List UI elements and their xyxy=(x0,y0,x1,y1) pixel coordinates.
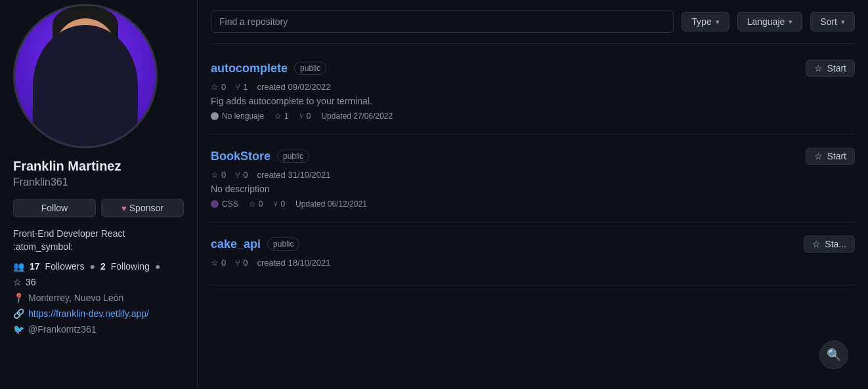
following-count: 2 xyxy=(100,261,106,272)
repo-item: cake_api public ☆ Sta... ☆ 0 ⑂ 0 created… xyxy=(211,222,855,285)
created-date: created 31/10/2021 xyxy=(257,170,330,180)
fork-icon-footer: ⑂ xyxy=(273,199,278,209)
lang-label: CSS xyxy=(222,199,238,209)
repo-item: autocomplete public ☆ Start ☆ 0 ⑂ 1 crea… xyxy=(211,47,855,134)
forks-meta: ⑂ 1 xyxy=(235,82,248,92)
follow-button[interactable]: Follow xyxy=(13,199,96,217)
repo-header: cake_api public ☆ Sta... xyxy=(211,235,855,253)
language-item: No lenguaje xyxy=(211,112,264,121)
repo-name-link[interactable]: cake_api xyxy=(211,237,261,251)
followers-count: 17 xyxy=(30,261,40,272)
website-row: 🔗 https://franklin-dev.netlify.app/ xyxy=(13,308,184,319)
location-text: Monterrey, Nuevo León xyxy=(28,293,123,303)
followers-row: 👥 17 Followers ● 2 Following ● xyxy=(13,261,184,272)
type-chevron-icon: ▾ xyxy=(716,18,720,26)
location-row: 📍 Monterrey, Nuevo León xyxy=(13,293,184,303)
repo-name-link[interactable]: autocomplete xyxy=(211,62,288,75)
sort-filter-button[interactable]: Sort ▾ xyxy=(810,12,855,31)
twitter-handle: @Frankomtz361 xyxy=(28,324,97,335)
bio: Front-End Developer React :atom_symbol: xyxy=(13,228,184,253)
repo-description: Fig adds autocomplete to your terminal. xyxy=(211,96,855,106)
sort-chevron-icon: ▾ xyxy=(841,18,845,26)
dot-separator: ● xyxy=(89,261,95,272)
repo-meta-row: ☆ 0 ⑂ 0 created 31/10/2021 xyxy=(211,170,855,180)
repo-name-row: autocomplete public xyxy=(211,62,326,75)
star-icon-small: ☆ xyxy=(211,170,219,180)
repo-name-link[interactable]: BookStore xyxy=(211,150,271,163)
star-icon-small: ☆ xyxy=(211,82,219,92)
repo-name-row: BookStore public xyxy=(211,150,309,163)
fork-icon-small: ⑂ xyxy=(235,82,240,92)
search-input[interactable] xyxy=(211,10,674,33)
repo-name-row: cake_api public xyxy=(211,237,299,251)
forks-meta: ⑂ 0 xyxy=(235,170,248,180)
visibility-badge: public xyxy=(277,150,309,163)
created-date: created 18/10/2021 xyxy=(257,258,330,268)
updated-date: Updated 06/12/2021 xyxy=(295,199,367,209)
language-filter-button[interactable]: Languaje ▾ xyxy=(737,12,803,31)
following-label: Following xyxy=(111,261,150,272)
repo-item: BookStore public ☆ Start ☆ 0 ⑂ 0 created… xyxy=(211,134,855,222)
created-date: created 09/02/2022 xyxy=(257,82,330,92)
star-icon-footer: ☆ xyxy=(249,199,256,209)
updated-date: Updated 27/06/2022 xyxy=(321,112,393,121)
twitter-icon: 🐦 xyxy=(13,324,24,335)
sponsor-button[interactable]: ♥ Sponsor xyxy=(101,199,184,217)
visibility-badge: public xyxy=(294,62,326,75)
star-icon-small: ☆ xyxy=(211,258,219,268)
footer-stars: ☆ 0 xyxy=(249,199,263,209)
avatar-container xyxy=(13,4,184,148)
footer-forks: ⑂ 0 xyxy=(299,112,311,121)
star-icon: ☆ xyxy=(814,63,823,73)
stars-meta: ☆ 0 xyxy=(211,82,226,92)
repo-header: BookStore public ☆ Start xyxy=(211,148,855,165)
dot-separator2: ● xyxy=(155,261,160,272)
twitter-row: 🐦 @Frankomtz361 xyxy=(13,324,184,335)
fork-icon-footer: ⑂ xyxy=(299,112,304,121)
avatar-body xyxy=(33,25,138,146)
visibility-badge: public xyxy=(267,237,299,251)
forks-meta: ⑂ 0 xyxy=(235,258,248,268)
star-button[interactable]: ☆ Sta... xyxy=(804,235,855,253)
main-content: Type ▾ Languaje ▾ Sort ▾ autocomplete pu… xyxy=(197,0,868,389)
location-icon: 📍 xyxy=(13,293,24,303)
language-item: CSS xyxy=(211,199,238,209)
star-button[interactable]: ☆ Start xyxy=(806,148,855,165)
lang-label: No lenguaje xyxy=(222,112,264,121)
fork-icon-small: ⑂ xyxy=(235,258,240,268)
type-filter-button[interactable]: Type ▾ xyxy=(682,12,729,31)
repo-meta-row: ☆ 0 ⑂ 1 created 09/02/2022 xyxy=(211,82,855,92)
search-input-wrapper xyxy=(211,10,674,33)
repo-meta-row: ☆ 0 ⑂ 0 created 18/10/2021 xyxy=(211,258,855,268)
star-icon: ☆ xyxy=(814,151,823,161)
star-icon-footer: ☆ xyxy=(274,112,282,121)
fork-icon-small: ⑂ xyxy=(235,170,240,180)
avatar xyxy=(13,4,158,148)
people-icon: 👥 xyxy=(13,261,24,272)
repo-header: autocomplete public ☆ Start xyxy=(211,60,855,77)
stars-count: 36 xyxy=(26,277,36,287)
floating-search-button[interactable]: 🔍 xyxy=(819,340,848,369)
sidebar: Franklin Martinez Franklin361 Follow ♥ S… xyxy=(0,0,197,389)
stars-meta: ☆ 0 xyxy=(211,170,226,180)
stars-row: ☆ 36 xyxy=(13,277,184,287)
search-bar-row: Type ▾ Languaje ▾ Sort ▾ xyxy=(211,0,855,44)
stars-meta: ☆ 0 xyxy=(211,258,226,268)
repo-footer: No lenguaje ☆ 1 ⑂ 0 Updated 27/06/2022 xyxy=(211,112,855,121)
star-icon: ☆ xyxy=(812,239,821,249)
username-handle: Franklin361 xyxy=(13,176,184,188)
website-link[interactable]: https://franklin-dev.netlify.app/ xyxy=(28,308,149,319)
repo-description: No description xyxy=(211,184,855,194)
heart-icon: ♥ xyxy=(121,203,127,213)
footer-stars: ☆ 1 xyxy=(274,112,289,121)
repo-footer: CSS ☆ 0 ⑂ 0 Updated 06/12/2021 xyxy=(211,199,855,209)
action-buttons: Follow ♥ Sponsor xyxy=(13,199,184,217)
language-chevron-icon: ▾ xyxy=(789,18,792,26)
display-name: Franklin Martinez xyxy=(13,159,184,174)
footer-forks: ⑂ 0 xyxy=(273,199,285,209)
search-icon: 🔍 xyxy=(827,348,841,362)
lang-dot xyxy=(211,112,219,120)
lang-dot xyxy=(211,200,219,208)
star-button[interactable]: ☆ Start xyxy=(806,60,855,77)
link-icon: 🔗 xyxy=(13,308,24,319)
